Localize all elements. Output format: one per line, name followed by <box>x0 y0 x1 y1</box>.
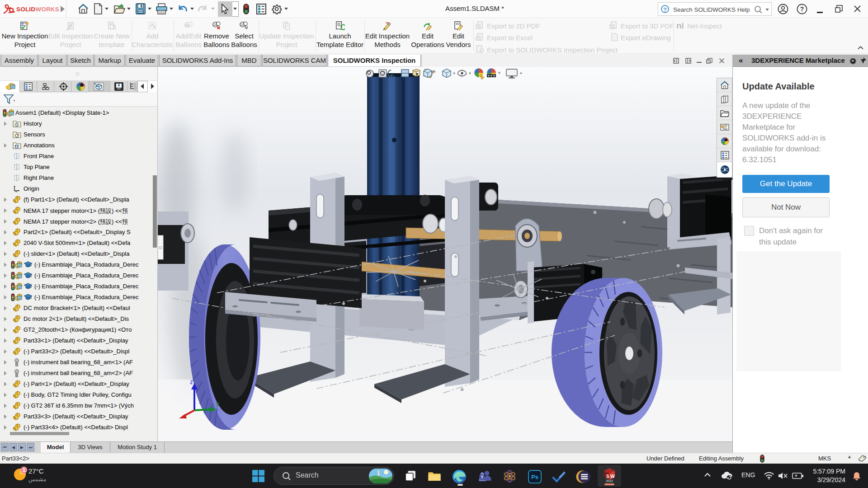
svg-text:111: 111 <box>213 23 218 26</box>
svg-text:S: S <box>606 474 609 479</box>
svg-text:z: z <box>190 378 193 385</box>
svg-text:Ps: Ps <box>531 474 538 480</box>
svg-text:W: W <box>610 474 615 479</box>
svg-text:1: 1 <box>23 467 25 473</box>
svg-text:111: 111 <box>241 23 245 26</box>
svg-text:T: T <box>481 475 483 479</box>
svg-text:SOLIDWORKS: SOLIDWORKS <box>16 6 59 13</box>
svg-text:2022: 2022 <box>606 479 613 483</box>
svg-text:111: 111 <box>185 23 189 27</box>
svg-text:?: ? <box>800 5 804 13</box>
svg-text:A: A <box>15 145 18 149</box>
svg-text:y: y <box>216 400 219 407</box>
